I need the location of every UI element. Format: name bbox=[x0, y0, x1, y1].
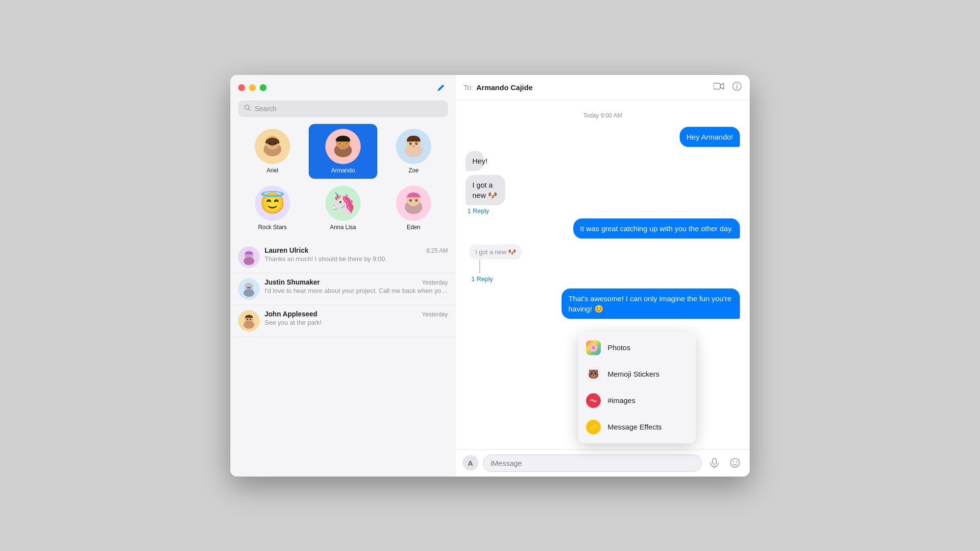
apps-menu-item-images[interactable]: #images bbox=[578, 387, 696, 414]
timestamp: Today 9:00 AM bbox=[466, 112, 740, 119]
svg-point-7 bbox=[274, 142, 277, 144]
avatar-ariel bbox=[255, 129, 290, 164]
chat-panel: To: Armando Cajide bbox=[456, 75, 750, 477]
chat-recipient: To: Armando Cajide bbox=[464, 83, 533, 92]
search-icon bbox=[244, 104, 251, 113]
recipient-name: Armando Cajide bbox=[476, 83, 533, 92]
svg-rect-40 bbox=[247, 287, 250, 288]
apps-menu-label-images: #images bbox=[608, 396, 636, 405]
svg-point-43 bbox=[244, 321, 254, 329]
bubble-4: It was great catching up with you the ot… bbox=[573, 218, 740, 239]
conv-item-justin[interactable]: Justin Shumaker Yesterday I'd love to he… bbox=[230, 273, 456, 305]
conv-avatar-john bbox=[238, 310, 260, 332]
message-row-2: Hey! bbox=[466, 151, 740, 171]
conv-content-john: John Appleseed Yesterday See you at the … bbox=[265, 310, 448, 326]
close-button[interactable] bbox=[238, 84, 245, 91]
message-input[interactable] bbox=[483, 455, 702, 472]
reply-count-2: 1 Reply bbox=[471, 275, 493, 283]
message-row-4: It was great catching up with you the ot… bbox=[466, 218, 740, 239]
conversation-list: Lauren Ulrick 8:25 AM Thanks so much! I … bbox=[230, 241, 456, 477]
apps-menu-item-effects[interactable]: ✨ Message Effects bbox=[578, 414, 696, 440]
conv-preview-justin: I'd love to hear more about your project… bbox=[265, 287, 448, 294]
sidebar: Ariel Armando Zoe 😇 Rock S bbox=[230, 75, 456, 477]
reply-count-1: 1 Reply bbox=[467, 207, 489, 215]
apps-menu: 🌸 Photos 🐻 Memoji Stickers #images bbox=[578, 332, 696, 443]
apps-button-label: A bbox=[468, 459, 473, 467]
apps-menu-item-photos[interactable]: 🌸 Photos bbox=[578, 335, 696, 361]
message-row-7: That's awesome! I can only imagine the f… bbox=[466, 288, 740, 319]
conv-avatar-lauren bbox=[238, 246, 260, 268]
svg-point-45 bbox=[250, 318, 251, 320]
video-call-icon[interactable] bbox=[713, 82, 724, 93]
avatar-rockstars: 😇 bbox=[255, 186, 290, 221]
bubble-1: Hey Armando! bbox=[680, 127, 740, 147]
contact-name-annalisa: Anna Lisa bbox=[330, 224, 356, 231]
svg-point-44 bbox=[247, 318, 248, 320]
svg-point-20 bbox=[411, 143, 412, 144]
contact-item-eden[interactable]: Eden bbox=[379, 181, 448, 236]
avatar-zoe bbox=[396, 129, 431, 164]
chat-input-bar: A bbox=[456, 449, 750, 477]
svg-point-21 bbox=[416, 143, 417, 144]
conv-item-john[interactable]: John Appleseed Yesterday See you at the … bbox=[230, 305, 456, 337]
contact-name-rockstars: Rock Stars bbox=[258, 224, 287, 231]
contact-item-rockstars[interactable]: 😇 Rock Stars bbox=[238, 181, 307, 236]
chat-header: To: Armando Cajide bbox=[456, 75, 750, 100]
conv-time-john: Yesterday bbox=[422, 311, 448, 318]
dictation-button[interactable] bbox=[707, 455, 722, 471]
contact-name-armando: Armando bbox=[331, 167, 355, 174]
contact-item-annalisa[interactable]: 🦄 Anna Lisa bbox=[309, 181, 377, 236]
svg-point-13 bbox=[337, 142, 342, 145]
reply-thread-1[interactable]: 1 Reply bbox=[466, 207, 489, 215]
contact-grid: Ariel Armando Zoe 😇 Rock S bbox=[230, 124, 456, 241]
conv-name-lauren: Lauren Ulrick bbox=[265, 246, 308, 254]
contact-name-zoe: Zoe bbox=[409, 167, 419, 174]
conv-item-lauren[interactable]: Lauren Ulrick 8:25 AM Thanks so much! I … bbox=[230, 241, 456, 273]
traffic-lights bbox=[238, 84, 267, 91]
svg-point-29 bbox=[416, 199, 417, 200]
conv-content-justin: Justin Shumaker Yesterday I'd love to he… bbox=[265, 278, 448, 294]
to-label: To: bbox=[464, 83, 473, 92]
conv-time-lauren: 8:25 AM bbox=[426, 247, 448, 254]
contact-item-ariel[interactable]: Ariel bbox=[238, 124, 307, 179]
compose-button[interactable] bbox=[434, 81, 448, 95]
bubble-2: Hey! bbox=[466, 151, 484, 171]
maximize-button[interactable] bbox=[260, 84, 267, 91]
message-row-1: Hey Armando! bbox=[466, 127, 740, 147]
conv-content-lauren: Lauren Ulrick 8:25 AM Thanks so much! I … bbox=[265, 246, 448, 263]
svg-rect-51 bbox=[712, 458, 716, 464]
contact-item-zoe[interactable]: Zoe bbox=[379, 124, 448, 179]
thread-quote: I got a new 🐶 bbox=[469, 244, 522, 260]
images-icon bbox=[586, 393, 601, 408]
info-icon[interactable] bbox=[732, 81, 742, 94]
apps-menu-item-memoji[interactable]: 🐻 Memoji Stickers bbox=[578, 361, 696, 387]
svg-point-49 bbox=[736, 84, 737, 85]
conv-avatar-justin bbox=[238, 278, 260, 300]
emoji-button[interactable] bbox=[727, 455, 743, 471]
svg-point-22 bbox=[413, 146, 415, 148]
conv-preview-lauren: Thanks so much! I should be there by 9:0… bbox=[265, 255, 448, 263]
svg-line-1 bbox=[248, 109, 250, 110]
svg-point-54 bbox=[733, 461, 734, 462]
conv-name-justin: Justin Shumaker bbox=[265, 278, 320, 286]
svg-point-55 bbox=[736, 461, 737, 462]
contact-item-armando[interactable]: Armando bbox=[309, 124, 377, 179]
svg-point-37 bbox=[244, 289, 254, 297]
svg-point-28 bbox=[411, 199, 412, 200]
svg-rect-46 bbox=[713, 83, 720, 89]
contact-name-ariel: Ariel bbox=[267, 167, 278, 174]
reply-thread-2[interactable]: 1 Reply bbox=[469, 275, 493, 283]
thread-line bbox=[479, 260, 480, 273]
thread-section: I got a new 🐶 1 Reply bbox=[466, 244, 740, 283]
avatar-eden bbox=[396, 186, 431, 221]
apps-menu-label-memoji: Memoji Stickers bbox=[608, 370, 660, 378]
messages-window: Ariel Armando Zoe 😇 Rock S bbox=[230, 75, 750, 477]
minimize-button[interactable] bbox=[249, 84, 256, 91]
contact-name-eden: Eden bbox=[407, 224, 420, 231]
apps-menu-label-effects: Message Effects bbox=[608, 423, 662, 431]
search-input[interactable] bbox=[255, 105, 442, 113]
chat-header-actions bbox=[713, 81, 742, 94]
conv-preview-john: See you at the park! bbox=[265, 319, 448, 326]
apps-button[interactable]: A bbox=[463, 455, 478, 471]
search-bar[interactable] bbox=[238, 100, 448, 117]
